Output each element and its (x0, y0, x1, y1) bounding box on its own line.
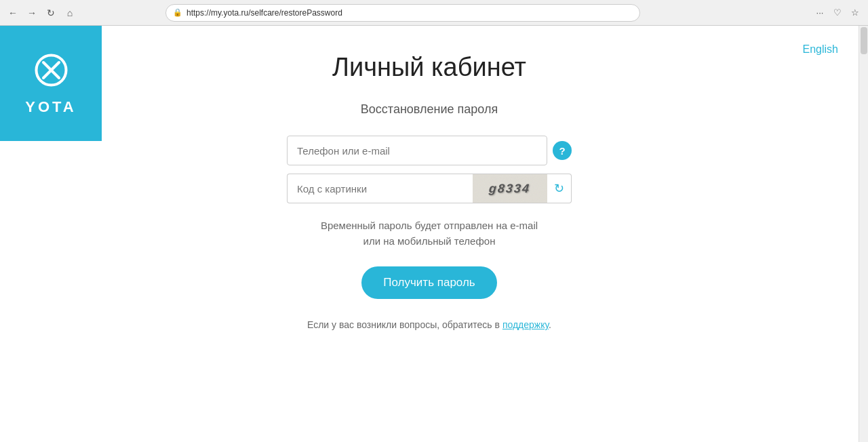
more-button[interactable]: ··· (812, 5, 827, 20)
support-text: Если у вас возникли вопросы, обратитесь … (307, 319, 551, 330)
captcha-row: g8334 ↻ (287, 174, 572, 203)
page-content: YOTA English Личный кабинет Восстановлен… (0, 26, 859, 442)
submit-button[interactable]: Получить пароль (361, 266, 497, 299)
star-button[interactable]: ☆ (848, 5, 863, 20)
captcha-refresh-button[interactable]: ↻ (547, 174, 572, 203)
captcha-input[interactable] (287, 174, 473, 203)
support-text-before: Если у вас возникли вопросы, обратитесь … (307, 319, 500, 330)
form-subtitle: Восстановление пароля (361, 102, 498, 117)
info-line1: Временный пароль будет отправлен на e-ma… (321, 220, 538, 231)
browser-chrome: ← → ↻ ⌂ 🔒 https://my.yota.ru/selfcare/re… (0, 0, 868, 26)
captcha-text: g8334 (489, 182, 532, 196)
url-text: https://my.yota.ru/selfcare/restorePassw… (186, 8, 342, 18)
lock-icon: 🔒 (173, 8, 182, 17)
back-button[interactable]: ← (5, 5, 20, 20)
scrollbar-track[interactable] (859, 26, 868, 442)
page-title: Личный кабинет (332, 53, 526, 82)
forward-button[interactable]: → (24, 5, 39, 20)
help-button[interactable]: ? (553, 141, 572, 160)
restore-form: ? g8334 ↻ Временный пароль будет отправл… (287, 136, 572, 299)
yota-symbol (33, 52, 70, 93)
support-link[interactable]: поддержку (502, 319, 549, 330)
home-button[interactable]: ⌂ (62, 5, 77, 20)
yota-logo[interactable]: YOTA (0, 26, 102, 141)
info-text: Временный пароль будет отправлен на e-ma… (321, 218, 538, 249)
english-link[interactable]: English (803, 43, 838, 55)
lang-switcher[interactable]: English (803, 43, 838, 56)
yota-logo-svg (33, 52, 70, 89)
reload-button[interactable]: ↻ (43, 5, 58, 20)
info-line2: или на мобильный телефон (363, 235, 496, 247)
bookmark-button[interactable]: ♡ (830, 5, 845, 20)
address-bar[interactable]: 🔒 https://my.yota.ru/selfcare/restorePas… (165, 4, 640, 22)
scrollbar-thumb[interactable] (861, 27, 867, 54)
browser-actions: ··· ♡ ☆ (812, 5, 863, 20)
captcha-image: g8334 (473, 174, 547, 203)
main-content: Личный кабинет Восстановление пароля ? g… (0, 26, 859, 330)
phone-email-input[interactable] (287, 136, 547, 165)
support-text-after: . (549, 319, 551, 330)
yota-text: YOTA (25, 98, 76, 116)
phone-input-row: ? (287, 136, 572, 165)
